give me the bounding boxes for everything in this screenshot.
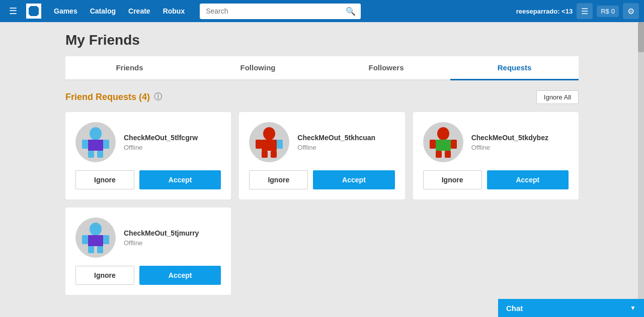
accept-button-1[interactable]: Accept bbox=[139, 170, 221, 189]
info-icon[interactable]: ⓘ bbox=[154, 92, 162, 102]
robux-count: 0 bbox=[611, 8, 615, 15]
accept-button-2[interactable]: Accept bbox=[313, 170, 394, 189]
card-info-2: CheckMeOut_5tkhcuan Offline bbox=[297, 134, 375, 151]
search-input[interactable] bbox=[200, 4, 341, 18]
settings-icon[interactable]: ⚙ bbox=[623, 3, 639, 19]
svg-rect-15 bbox=[451, 140, 457, 149]
svg-rect-14 bbox=[430, 140, 436, 149]
card-info-3: CheckMeOut_5tkdybez Offline bbox=[471, 134, 548, 151]
nav-robux[interactable]: Robux bbox=[158, 4, 190, 18]
table-row: CheckMeOut_5tjmurry Offline Ignore Accep… bbox=[65, 207, 231, 295]
card-actions-4: Ignore Accept bbox=[75, 266, 221, 285]
avatar-image bbox=[252, 125, 287, 160]
svg-rect-22 bbox=[88, 246, 94, 253]
svg-rect-11 bbox=[271, 151, 277, 158]
nav-right: reeseparrado: <13 ☰ R$ 0 ⚙ bbox=[516, 3, 639, 19]
requests-grid: CheckMeOut_5tlfcgrw Offline Ignore Accep… bbox=[65, 112, 579, 295]
svg-rect-2 bbox=[82, 140, 88, 149]
ignore-all-button[interactable]: Ignore All bbox=[536, 90, 579, 104]
svg-point-6 bbox=[263, 127, 275, 140]
chat-bar[interactable]: Chat ▼ bbox=[498, 299, 644, 317]
card-info-1: CheckMeOut_5tlfcgrw Offline bbox=[124, 134, 198, 151]
svg-rect-17 bbox=[445, 151, 451, 158]
robux-display[interactable]: R$ 0 bbox=[597, 6, 619, 17]
table-row: CheckMeOut_5tlfcgrw Offline Ignore Accep… bbox=[65, 112, 231, 199]
avatar bbox=[75, 122, 116, 162]
status-1: Offline bbox=[124, 144, 198, 151]
accept-button-3[interactable]: Accept bbox=[487, 170, 569, 189]
svg-rect-1 bbox=[88, 140, 103, 151]
svg-rect-16 bbox=[436, 151, 442, 158]
svg-rect-7 bbox=[262, 140, 277, 151]
username-2: CheckMeOut_5tkhcuan bbox=[297, 134, 375, 142]
status-2: Offline bbox=[297, 144, 375, 151]
avatar-image bbox=[426, 125, 461, 160]
avatar bbox=[75, 218, 116, 258]
card-actions-1: Ignore Accept bbox=[75, 170, 221, 189]
navbar: ☰ Games Catalog Create Robux 🔍 reeseparr… bbox=[0, 0, 644, 22]
avatar bbox=[249, 122, 289, 162]
main-content: My Friends Friends Following Followers R… bbox=[0, 22, 644, 305]
scrollbar-thumb[interactable] bbox=[638, 22, 644, 52]
logo-button[interactable] bbox=[26, 4, 41, 19]
search-button[interactable]: 🔍 bbox=[341, 4, 361, 19]
logo-icon bbox=[29, 6, 39, 16]
section-header: Friend Requests (4) ⓘ Ignore All bbox=[65, 90, 579, 104]
avatar-image bbox=[78, 125, 113, 160]
tab-friends[interactable]: Friends bbox=[65, 56, 194, 80]
status-4: Offline bbox=[124, 239, 199, 247]
svg-rect-4 bbox=[88, 151, 94, 158]
svg-point-18 bbox=[90, 223, 102, 236]
page-title: My Friends bbox=[65, 32, 579, 48]
svg-rect-13 bbox=[436, 140, 451, 151]
ignore-button-4[interactable]: Ignore bbox=[75, 266, 134, 285]
svg-point-12 bbox=[437, 127, 449, 140]
nav-catalog[interactable]: Catalog bbox=[85, 4, 121, 18]
section-title-text: Friend Requests (4) bbox=[65, 92, 150, 102]
svg-point-0 bbox=[90, 127, 102, 140]
card-top-2: CheckMeOut_5tkhcuan Offline bbox=[249, 122, 394, 162]
hamburger-icon[interactable]: ☰ bbox=[5, 4, 21, 19]
messages-icon[interactable]: ☰ bbox=[577, 3, 593, 19]
ignore-button-1[interactable]: Ignore bbox=[75, 170, 134, 189]
username-display: reeseparrado: <13 bbox=[516, 8, 573, 15]
tabs-container: Friends Following Followers Requests bbox=[65, 56, 579, 80]
svg-rect-9 bbox=[277, 140, 283, 149]
nav-create[interactable]: Create bbox=[123, 4, 155, 18]
nav-games[interactable]: Games bbox=[49, 4, 83, 18]
tab-requests[interactable]: Requests bbox=[450, 56, 579, 80]
username-3: CheckMeOut_5tkdybez bbox=[471, 134, 548, 142]
card-actions-2: Ignore Accept bbox=[249, 170, 394, 189]
svg-rect-23 bbox=[97, 246, 103, 253]
card-actions-3: Ignore Accept bbox=[423, 170, 569, 189]
status-3: Offline bbox=[471, 144, 548, 151]
card-info-4: CheckMeOut_5tjmurry Offline bbox=[124, 229, 199, 247]
chevron-down-icon: ▼ bbox=[630, 304, 636, 311]
table-row: CheckMeOut_5tkdybez Offline Ignore Accep… bbox=[413, 112, 579, 199]
robux-icon: R$ bbox=[601, 8, 609, 15]
chat-label: Chat bbox=[506, 304, 523, 312]
username-1: CheckMeOut_5tlfcgrw bbox=[124, 134, 198, 142]
svg-rect-3 bbox=[103, 140, 109, 149]
username-4: CheckMeOut_5tjmurry bbox=[124, 229, 199, 237]
svg-rect-8 bbox=[256, 140, 262, 149]
tab-following[interactable]: Following bbox=[194, 56, 322, 80]
svg-rect-21 bbox=[103, 235, 109, 244]
section-title: Friend Requests (4) ⓘ bbox=[65, 92, 162, 102]
svg-rect-20 bbox=[82, 235, 88, 244]
nav-links: Games Catalog Create Robux bbox=[49, 4, 190, 18]
table-row: CheckMeOut_5tkhcuan Offline Ignore Accep… bbox=[239, 112, 405, 199]
avatar bbox=[423, 122, 463, 162]
ignore-button-2[interactable]: Ignore bbox=[249, 170, 308, 189]
card-top-3: CheckMeOut_5tkdybez Offline bbox=[423, 122, 569, 162]
tab-followers[interactable]: Followers bbox=[322, 56, 450, 80]
accept-button-4[interactable]: Accept bbox=[139, 266, 221, 285]
card-top-1: CheckMeOut_5tlfcgrw Offline bbox=[75, 122, 221, 162]
svg-rect-10 bbox=[262, 151, 268, 158]
card-top-4: CheckMeOut_5tjmurry Offline bbox=[75, 218, 221, 258]
ignore-button-3[interactable]: Ignore bbox=[423, 170, 482, 189]
search-bar: 🔍 bbox=[200, 4, 361, 19]
svg-rect-19 bbox=[88, 235, 103, 246]
scrollbar-track[interactable] bbox=[638, 22, 644, 299]
svg-rect-5 bbox=[97, 151, 103, 158]
